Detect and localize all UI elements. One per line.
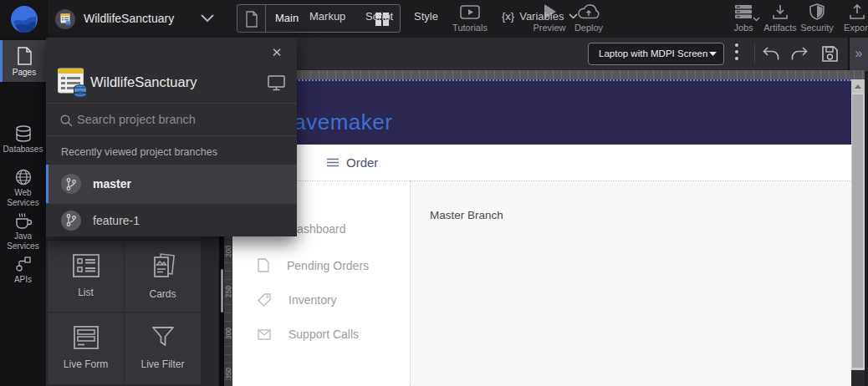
variables-button[interactable]: {x}Variables	[502, 0, 578, 33]
more-options-button[interactable]	[735, 43, 738, 63]
envelope-icon	[258, 329, 271, 340]
redo-icon	[791, 47, 808, 61]
canvas-nav-item-support-calls[interactable]: Support Calls	[258, 328, 359, 341]
page-selector-divider	[265, 5, 266, 32]
sidebar-item-apis[interactable]: APIs	[0, 256, 46, 287]
monitor-icon[interactable]	[268, 75, 285, 91]
save-button[interactable]	[821, 45, 839, 63]
widget-tile-cards[interactable]: Cards	[125, 241, 201, 312]
ruler-label: 250	[224, 282, 232, 302]
export-button[interactable]: Export	[832, 3, 868, 33]
tab-script[interactable]: Script	[365, 0, 393, 33]
document-icon	[258, 258, 269, 272]
branch-item-master[interactable]: master	[46, 165, 297, 203]
wavemaker-logo[interactable]	[0, 0, 48, 38]
close-icon: ✕	[272, 45, 283, 59]
nav-label: Support Calls	[288, 328, 359, 341]
variables-chevron-down-icon	[569, 13, 578, 19]
canvas-nav-item-inventory[interactable]: Inventory	[258, 293, 337, 307]
list-menu-icon	[327, 158, 339, 167]
list-widget-icon	[48, 252, 124, 279]
toolbar-divider	[754, 43, 755, 63]
branch-item-feature-1[interactable]: feature-1	[46, 203, 297, 236]
canvas-nav-tabrow: Order	[232, 145, 851, 180]
ruler-label: 300	[224, 323, 232, 343]
search-icon	[60, 114, 73, 127]
undo-button[interactable]	[763, 47, 779, 61]
ruler-label: 350	[224, 363, 232, 383]
export-upload-icon	[832, 3, 868, 20]
branch-section-label: Recently viewed project branches	[61, 146, 217, 158]
canvas-dotted-divider-vertical	[410, 180, 411, 386]
save-floppy-icon	[821, 45, 839, 63]
device-selector[interactable]: Laptop with MDPI Screen	[588, 43, 724, 65]
canvas-scrollbar-up-button[interactable]	[851, 79, 865, 93]
branch-search-input[interactable]	[77, 104, 290, 135]
horizontal-ruler	[219, 70, 865, 79]
device-selector-value: Laptop with MDPI Screen	[599, 43, 707, 64]
widget-tile-live-filter[interactable]: Live Filter	[125, 312, 201, 384]
branch-name: feature-1	[93, 214, 140, 227]
expand-right-button[interactable]: »	[848, 38, 868, 71]
canvas-content-area[interactable]: Master Branch	[411, 181, 851, 386]
palette-scrollbar-thumb[interactable]	[221, 269, 223, 312]
redo-button[interactable]	[791, 47, 808, 61]
databases-icon	[0, 125, 46, 142]
close-button[interactable]: ✕	[268, 44, 285, 61]
canvas-nav-item-pending-orders[interactable]: Pending Orders	[258, 258, 369, 272]
apis-nodes-icon	[0, 256, 46, 272]
wavemaker-studio-window: WildlifeSanctuary Main Tutorials	[0, 0, 868, 386]
undo-icon	[763, 47, 779, 61]
sidebar-item-databases[interactable]: Databases	[0, 125, 46, 157]
variables-prefix: {x}	[502, 0, 514, 33]
java-services-cup-icon	[0, 212, 46, 229]
branch-name: master	[93, 177, 131, 190]
project-icon	[57, 66, 88, 99]
pages-icon	[3, 47, 46, 65]
git-branch-icon	[66, 178, 76, 190]
widget-tile-list[interactable]: List	[48, 241, 124, 312]
tab-style[interactable]: Style	[414, 0, 438, 33]
dropdown-project-title: WildlifeSanctuary	[90, 74, 197, 90]
tutorials-video-icon	[445, 3, 495, 20]
activity-bar: Pages Databases Web Services	[0, 38, 46, 386]
nav-label: Inventory	[288, 293, 337, 307]
branch-avatar	[61, 211, 81, 231]
cards-widget-icon	[125, 252, 201, 281]
canvas-scrollbar-thumb[interactable]	[852, 94, 863, 368]
window-right-edge	[865, 71, 868, 386]
expand-right-icon: »	[855, 46, 863, 60]
wavemaker-logo-icon	[10, 5, 38, 33]
tab-markup[interactable]: Markup	[309, 0, 345, 33]
current-page-name: Main	[275, 5, 299, 32]
page-file-icon	[245, 11, 258, 28]
live-form-widget-icon	[48, 324, 124, 351]
project-name[interactable]: WildlifeSanctuary	[84, 0, 174, 38]
canvas-dotted-divider-horizontal	[232, 180, 851, 181]
project-avatar[interactable]	[55, 9, 75, 29]
tutorials-button[interactable]: Tutorials	[445, 3, 495, 33]
branch-avatar	[61, 174, 81, 194]
tag-icon	[258, 293, 271, 307]
widget-tile-live-form[interactable]: Live Form	[48, 312, 124, 384]
variables-label: Variables	[519, 0, 564, 33]
nav-label: Dashboard	[288, 222, 346, 236]
sidebar-item-pages[interactable]: Pages	[0, 40, 46, 82]
sidebar-item-java-services[interactable]: Java Services	[0, 212, 46, 252]
scrollbar-corner	[851, 370, 865, 386]
live-filter-funnel-icon	[125, 324, 201, 351]
canvas-content-label: Master Branch	[430, 209, 503, 221]
project-branch-dropdown: ✕ WildlifeSanctuary	[46, 38, 297, 236]
branch-search	[46, 103, 297, 136]
git-branch-icon	[66, 214, 76, 226]
project-mini-icon	[60, 13, 71, 25]
canvas-app-header[interactable]: wavemaker	[232, 79, 851, 145]
nav-label: Pending Orders	[287, 259, 369, 272]
project-chevron-down-icon[interactable]	[201, 14, 214, 23]
sidebar-item-web-services[interactable]: Web Services	[0, 169, 46, 209]
web-services-globe-icon	[0, 169, 46, 185]
device-chevron-down-icon	[708, 51, 717, 58]
ruler-label: 200	[224, 241, 232, 262]
canvas-tab-order[interactable]: Order	[327, 145, 378, 180]
arrow-up-icon	[855, 84, 861, 89]
